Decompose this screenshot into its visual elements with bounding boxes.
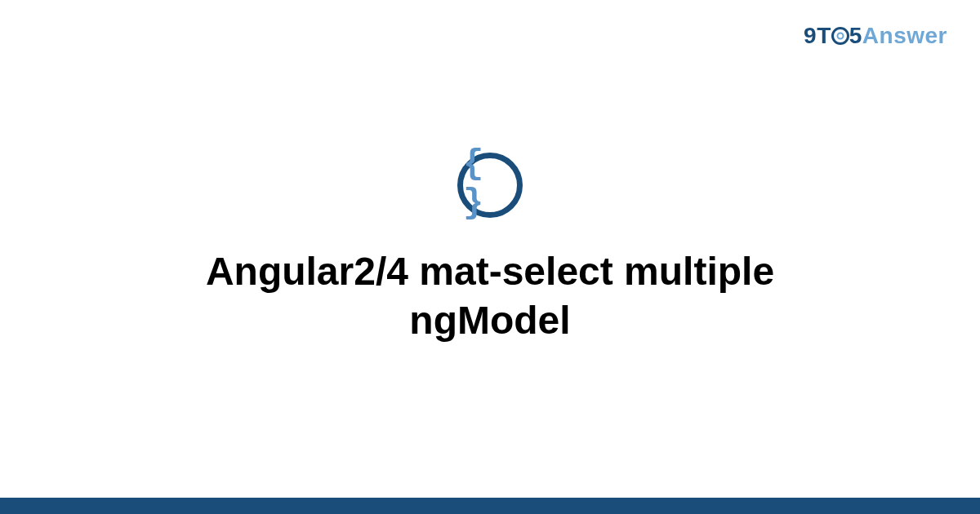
curly-braces-icon: { } <box>457 153 523 218</box>
page-title: Angular2/4 mat-select multiple ngModel <box>122 247 858 345</box>
footer-accent-bar <box>0 498 980 514</box>
code-glyph: { } <box>463 144 517 223</box>
main-content: { } Angular2/4 mat-select multiple ngMod… <box>0 0 980 498</box>
